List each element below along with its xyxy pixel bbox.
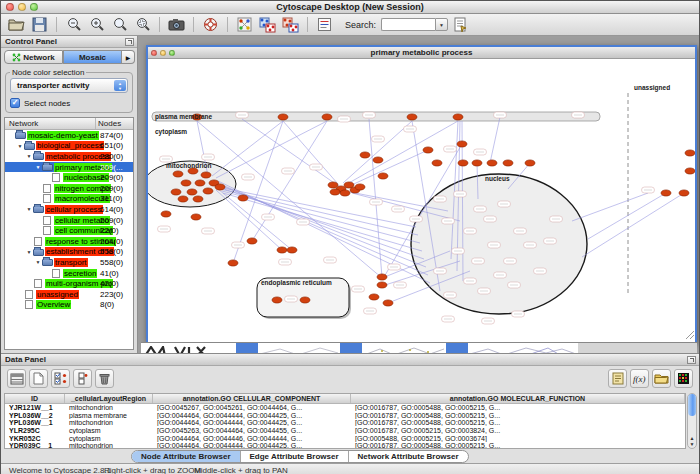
network-edge[interactable] <box>345 150 428 188</box>
tree-item[interactable]: ▼biological_process651(0) <box>5 141 133 152</box>
table-row[interactable]: YPL036W__1mitochondrion[GO:0044464, GO:0… <box>5 419 685 427</box>
table-row[interactable]: YKR052Ccytoplasm[GO:0044464, GO:0044446,… <box>5 434 685 442</box>
network-edge[interactable] <box>283 121 338 184</box>
table-row[interactable]: YLR295Ccytoplasm[GO:0045263, GO:0044464,… <box>5 427 685 435</box>
function-builder-icon[interactable]: f(x) <box>630 369 649 388</box>
attribute-editor-icon[interactable] <box>608 369 627 388</box>
network-node[interactable] <box>173 171 183 177</box>
network-node[interactable] <box>679 190 689 196</box>
expand-arrow-icon[interactable]: ▼ <box>25 249 33 255</box>
attribute-browser-tab[interactable]: Network Attribute Browser <box>349 451 468 462</box>
more-tabs-button[interactable]: ▶ <box>122 50 135 64</box>
network-edge[interactable] <box>224 189 424 259</box>
expand-arrow-icon[interactable]: ▼ <box>25 206 33 212</box>
open-session-icon[interactable] <box>6 15 27 34</box>
tree-item[interactable]: ▼primary metabo209(... <box>5 162 133 173</box>
network-node[interactable] <box>201 172 211 178</box>
heatmap-icon[interactable] <box>674 369 693 388</box>
table-row[interactable]: YJR121W__1mitochondrion[GO:0045267, GO:0… <box>5 404 685 412</box>
network-node[interactable] <box>178 196 188 202</box>
zoom-window-button[interactable] <box>30 3 38 11</box>
network-node[interactable] <box>453 114 463 120</box>
expand-arrow-icon[interactable]: ▼ <box>34 259 42 265</box>
tree-item[interactable]: multi-organism pro42(0) <box>5 278 133 289</box>
network-node[interactable] <box>525 160 535 166</box>
unselect-attributes-icon[interactable] <box>73 369 92 388</box>
annotation-icon[interactable] <box>314 15 335 34</box>
network-canvas[interactable]: plasma membranecytoplasmmitochondrionnuc… <box>148 59 695 342</box>
expand-arrow-icon[interactable]: ▼ <box>16 143 24 149</box>
network-node[interactable] <box>277 247 287 253</box>
network-node[interactable] <box>487 160 497 166</box>
network-edge[interactable] <box>572 193 648 221</box>
float-panel-icon[interactable] <box>125 38 134 46</box>
tree-item[interactable]: nucleobase-209(0) <box>5 172 133 183</box>
network-view-titlebar[interactable]: primary metabolic process <box>148 47 695 59</box>
network-edge[interactable] <box>490 117 500 163</box>
network-node[interactable] <box>322 114 332 120</box>
delete-attribute-icon[interactable] <box>95 369 114 388</box>
network-edge[interactable] <box>582 193 684 257</box>
tree-item[interactable]: ▼metabolic process280(0) <box>5 151 133 162</box>
network-node[interactable] <box>238 195 248 201</box>
network-overview-icon[interactable] <box>234 15 255 34</box>
network-node[interactable] <box>503 160 513 166</box>
scrollbar-thumb[interactable] <box>688 394 696 416</box>
tree-item[interactable]: cell communicat22(0) <box>5 225 133 236</box>
select-nodes-checkbox[interactable]: ✓ <box>10 98 20 108</box>
network-node[interactable] <box>278 114 288 120</box>
network-node[interactable] <box>661 190 671 196</box>
network-node[interactable] <box>360 152 370 158</box>
table-column-header[interactable]: annotation.GO MOLECULAR_FUNCTION <box>351 394 685 403</box>
network-edge[interactable] <box>588 193 666 239</box>
save-session-icon[interactable] <box>29 15 50 34</box>
network-node[interactable] <box>161 211 171 217</box>
network-node[interactable] <box>171 189 181 195</box>
network-node[interactable] <box>377 274 387 280</box>
table-row[interactable]: YDR039C__1mitochondrion[GO:0044464, GO:0… <box>5 442 685 449</box>
network-node[interactable] <box>685 168 695 174</box>
network-edge[interactable] <box>242 119 340 187</box>
tree-item[interactable]: response to stimulu264(0) <box>5 236 133 247</box>
zoom-in-icon[interactable] <box>86 15 107 34</box>
import-table-icon[interactable] <box>450 15 471 34</box>
zoom-selected-icon[interactable] <box>132 15 153 34</box>
network-edge[interactable] <box>343 121 412 183</box>
network-edge[interactable] <box>212 121 283 176</box>
network-node[interactable] <box>377 282 387 288</box>
view-minimize-button[interactable] <box>160 50 166 56</box>
network-node[interactable] <box>373 157 383 163</box>
network-node[interactable] <box>228 260 238 266</box>
background-window[interactable] <box>258 343 340 353</box>
tree-item[interactable]: secretion41(0) <box>5 268 133 279</box>
tab-mosaic[interactable]: Mosaic <box>63 50 122 64</box>
network-node[interactable] <box>193 196 203 202</box>
network-node[interactable] <box>215 184 225 190</box>
network-node[interactable] <box>383 300 393 306</box>
tab-network[interactable]: Network <box>4 50 63 64</box>
import-attributes-icon[interactable] <box>652 369 671 388</box>
minimize-window-button[interactable] <box>18 3 26 11</box>
tree-column-network[interactable]: Network <box>5 118 96 129</box>
network-node[interactable] <box>340 190 350 196</box>
table-column-header[interactable]: annotation.GO CELLULAR_COMPONENT <box>153 394 351 403</box>
network-node[interactable] <box>330 189 340 195</box>
tree-item[interactable]: macromolecule311(0) <box>5 194 133 205</box>
background-window[interactable] <box>362 343 446 353</box>
attribute-grid-icon[interactable] <box>7 369 26 388</box>
network-node[interactable] <box>458 160 468 166</box>
close-window-button[interactable] <box>6 3 14 11</box>
network-node[interactable] <box>369 294 379 300</box>
table-column-header[interactable]: ID <box>5 394 65 403</box>
new-attribute-icon[interactable] <box>29 369 48 388</box>
network-node[interactable] <box>203 188 213 194</box>
search-dropdown-button[interactable]: ▼ <box>435 18 448 31</box>
network-node[interactable] <box>355 184 365 190</box>
snapshot-icon[interactable] <box>166 15 187 34</box>
network-node[interactable] <box>432 160 442 166</box>
network-node[interactable] <box>191 214 201 220</box>
network-node[interactable] <box>187 189 197 195</box>
tree-item[interactable]: ▼cellular process614(0) <box>5 204 133 215</box>
tree-column-nodes[interactable]: Nodes <box>96 118 133 129</box>
network-copy-red-icon[interactable] <box>280 15 301 34</box>
